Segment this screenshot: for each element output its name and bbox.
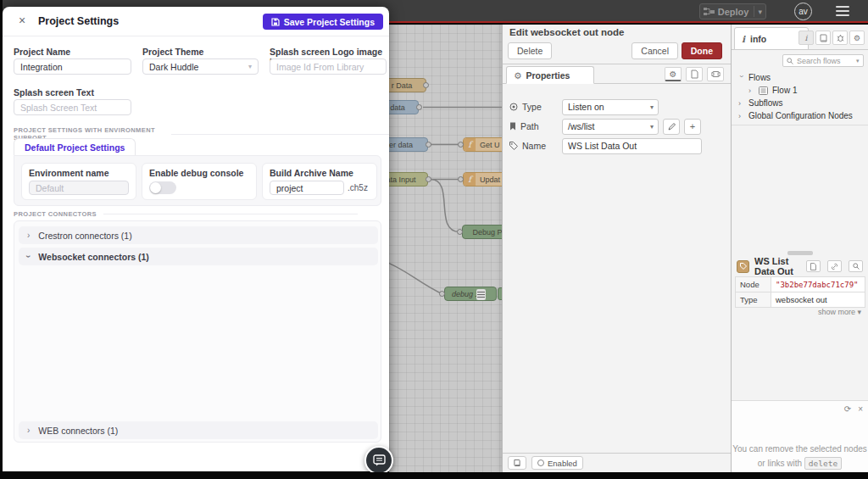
deploy-label: Deploy xyxy=(718,7,749,17)
node-link-button[interactable] xyxy=(827,260,842,272)
debug-console-label: Enable debug console xyxy=(149,168,249,178)
archive-suffix: .ch5z xyxy=(348,183,368,192)
help-tab-icon[interactable] xyxy=(815,31,831,45)
search-flows-input[interactable] xyxy=(797,57,853,65)
deploy-caret-icon[interactable]: ▾ xyxy=(758,8,762,16)
node-port[interactable] xyxy=(426,142,431,148)
tree-item-global-config[interactable]: › Global Configuration Nodes xyxy=(732,109,868,122)
name-field-row: Name xyxy=(509,137,724,154)
delete-node-button[interactable]: Delete xyxy=(508,42,552,59)
flow-node-debug[interactable]: Debug P xyxy=(462,225,502,239)
pencil-icon xyxy=(668,123,676,131)
flow-node-data[interactable]: er data xyxy=(389,137,428,152)
search-icon xyxy=(853,263,860,270)
properties-tab-icon[interactable]: ⚙ xyxy=(665,67,682,81)
node-port[interactable] xyxy=(439,291,445,297)
description-tab-icon[interactable] xyxy=(686,67,703,81)
debug-console-toggle[interactable] xyxy=(149,181,176,194)
tree-item-flows[interactable]: › Flows xyxy=(732,71,868,84)
info-tab-icon[interactable]: i xyxy=(798,31,814,45)
link-icon xyxy=(831,263,838,270)
search-flows-box[interactable]: ▾ xyxy=(782,54,864,67)
node-enabled-toggle[interactable]: Enabled xyxy=(531,456,583,470)
path-select[interactable]: /ws/list▾ xyxy=(562,119,659,135)
node-port[interactable] xyxy=(426,176,431,182)
node-name-input[interactable] xyxy=(562,138,702,154)
node-help-button[interactable] xyxy=(508,456,526,470)
user-avatar[interactable]: av xyxy=(794,3,812,20)
node-port[interactable] xyxy=(423,82,429,88)
splash-logo-input[interactable] xyxy=(270,58,387,75)
websocket-connectors-row[interactable]: › Websocket connectors (1) xyxy=(19,248,378,265)
tree-item-flow1[interactable]: › Flow 1 xyxy=(732,84,868,97)
project-settings-modal: × Project Settings Save Project Settings… xyxy=(3,7,389,471)
crestron-connectors-row[interactable]: › Crestron connectors (1) xyxy=(19,226,378,244)
environment-name-input[interactable] xyxy=(29,181,129,195)
info-icon: i xyxy=(742,34,745,44)
chevron-right-icon: › xyxy=(738,99,744,108)
connectors-container: › Crestron connectors (1) › Websocket co… xyxy=(14,220,381,443)
debug-enable-toggle[interactable] xyxy=(498,287,502,300)
sidebar-tabs: i info i ⚙ xyxy=(732,25,868,50)
deploy-button[interactable]: Deploy ▾ xyxy=(699,3,766,19)
node-port[interactable] xyxy=(416,104,422,110)
flow-canvas[interactable]: r Data t data er data fGet U ata Input f… xyxy=(389,25,502,472)
save-project-settings-button[interactable]: Save Project Settings xyxy=(263,14,383,30)
node-id-value: "3b2be77dabc71c79" xyxy=(776,281,859,289)
node-port[interactable] xyxy=(458,176,464,182)
flow-node-function[interactable]: fGet U xyxy=(463,137,502,152)
node-info-header: WS List Data Out xyxy=(732,257,868,276)
build-archive-input[interactable] xyxy=(270,181,344,195)
appearance-tab-icon[interactable] xyxy=(707,67,724,81)
node-id-label: Node xyxy=(736,277,771,292)
project-theme-select[interactable]: Dark Huddle▾ xyxy=(142,58,259,75)
save-icon xyxy=(271,18,280,26)
flow-node-debug1[interactable]: debug 1 xyxy=(444,287,497,301)
tab-properties[interactable]: ⚙ Properties xyxy=(506,66,594,84)
node-port[interactable] xyxy=(458,142,464,148)
done-button[interactable]: Done xyxy=(682,42,722,59)
close-tip-icon[interactable]: × xyxy=(858,404,863,414)
appearance-icon xyxy=(711,70,721,78)
bug-icon xyxy=(837,34,844,42)
flow-node-function[interactable]: fUpdat xyxy=(463,172,502,187)
splash-text-label: Splash screen Text xyxy=(14,87,94,97)
add-path-button[interactable]: + xyxy=(684,119,701,135)
edit-path-button[interactable] xyxy=(663,119,680,135)
node-search-button[interactable] xyxy=(849,260,863,272)
project-theme-label: Project Theme xyxy=(142,47,203,57)
type-select[interactable]: Listen on▾ xyxy=(562,99,659,115)
chevron-right-icon: › xyxy=(27,231,30,240)
tab-info[interactable]: i info xyxy=(734,27,809,50)
screen-bottom-bar xyxy=(0,472,868,479)
show-more-link[interactable]: show more ▾ xyxy=(818,308,861,316)
flow-node-data-input[interactable]: ata Input xyxy=(389,172,428,187)
panel-resize-handle[interactable] xyxy=(787,251,813,255)
debug-tab-icon[interactable] xyxy=(832,31,848,45)
cancel-button[interactable]: Cancel xyxy=(632,42,678,59)
function-icon: f xyxy=(464,173,476,186)
chevron-right-icon: › xyxy=(748,86,754,95)
chevron-down-icon: ▾ xyxy=(856,58,860,64)
web-connectors-row[interactable]: › WEB connectors (1) xyxy=(19,421,378,439)
project-name-input[interactable] xyxy=(14,58,131,75)
flow-node-data[interactable]: t data xyxy=(389,100,419,114)
type-label: Type xyxy=(509,102,562,112)
tree-item-subflows[interactable]: › Subflows xyxy=(732,97,868,109)
node-port[interactable] xyxy=(457,229,463,235)
chat-fab-button[interactable] xyxy=(364,446,393,475)
splash-text-input[interactable] xyxy=(14,99,131,115)
node-docs-button[interactable] xyxy=(806,260,821,272)
chevron-down-icon: ▾ xyxy=(248,63,252,70)
tray-toolbar: Delete Cancel Done xyxy=(503,39,731,64)
connectors-section-label: PROJECT CONNECTORS xyxy=(14,210,358,218)
name-label: Name xyxy=(509,141,562,151)
gear-icon: ⚙ xyxy=(670,70,677,79)
config-tab-icon[interactable]: ⚙ xyxy=(849,31,865,45)
main-menu-icon[interactable] xyxy=(836,6,849,16)
close-icon[interactable]: × xyxy=(16,14,28,26)
refresh-tip-icon[interactable]: ⟳ xyxy=(844,404,851,414)
flow-node-data[interactable]: r Data xyxy=(389,78,426,92)
bookmark-icon xyxy=(509,122,516,131)
tab-default-project-settings[interactable]: Default Project Settings xyxy=(14,138,136,155)
